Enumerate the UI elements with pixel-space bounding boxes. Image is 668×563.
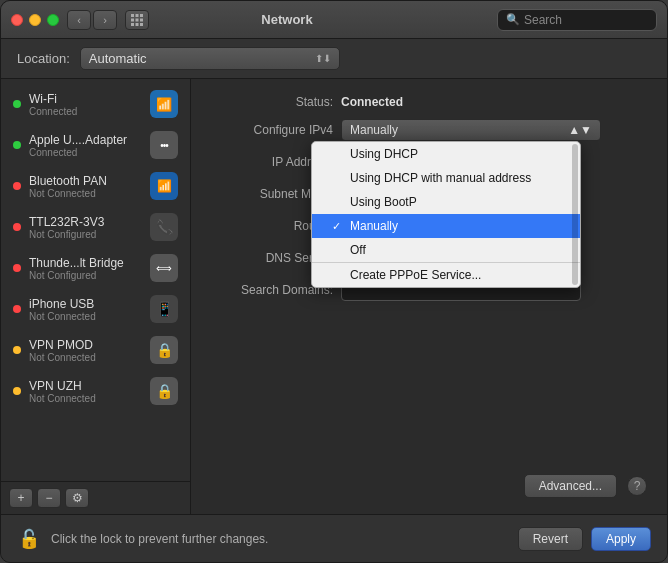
chevron-icon: ▲▼ bbox=[568, 123, 592, 137]
close-button[interactable] bbox=[11, 14, 23, 26]
window: ‹ › Network 🔍 Location: Automat bbox=[0, 0, 668, 563]
dropdown-item-label-dhcp-manual: Using DHCP with manual address bbox=[350, 171, 531, 185]
detail-panel: Status: Connected Configure IPv4 Manuall… bbox=[191, 79, 667, 514]
ethernet-icon: ••• bbox=[150, 131, 178, 159]
apply-button[interactable]: Apply bbox=[591, 527, 651, 551]
sidebar-item-thunderbolt[interactable]: Thunde...lt Bridge Not Configured ⟺ bbox=[5, 248, 186, 288]
dropdown-item-label-bootp: Using BootP bbox=[350, 195, 417, 209]
search-box[interactable]: 🔍 bbox=[497, 9, 657, 31]
configure-dropdown[interactable]: Manually ▲▼ Using DHCP Using DHCP with m… bbox=[341, 119, 601, 141]
checkmark-dhcp bbox=[332, 148, 344, 160]
sidebar-item-text-apple: Apple U....Adapter Connected bbox=[29, 133, 142, 158]
wifi-icon: 📶 bbox=[150, 90, 178, 118]
sidebar: Wi-Fi Connected 📶 Apple U....Adapter Con… bbox=[1, 79, 191, 514]
location-select[interactable]: Automatic ⬆⬇ bbox=[80, 47, 340, 70]
sidebar-item-name-ttl: TTL232R-3V3 bbox=[29, 215, 142, 229]
sidebar-item-status-wifi: Connected bbox=[29, 106, 142, 117]
dropdown-scrollbar[interactable] bbox=[572, 144, 578, 285]
network-settings-button[interactable]: ⚙ bbox=[65, 488, 89, 508]
serial-icon: 📞 bbox=[150, 213, 178, 241]
window-title: Network bbox=[77, 12, 497, 27]
vpn-uzh-icon: 🔒 bbox=[150, 377, 178, 405]
add-network-button[interactable]: + bbox=[9, 488, 33, 508]
dropdown-item-dhcp[interactable]: Using DHCP bbox=[312, 142, 580, 166]
location-bar: Location: Automatic ⬆⬇ bbox=[1, 39, 667, 79]
bottom-buttons: Revert Apply bbox=[518, 527, 651, 551]
checkmark-manually: ✓ bbox=[332, 220, 344, 233]
main-content: Wi-Fi Connected 📶 Apple U....Adapter Con… bbox=[1, 79, 667, 514]
thunderbolt-icon: ⟺ bbox=[150, 254, 178, 282]
sidebar-item-text-thunderbolt: Thunde...lt Bridge Not Configured bbox=[29, 256, 142, 281]
maximize-button[interactable] bbox=[47, 14, 59, 26]
configure-dropdown-trigger[interactable]: Manually ▲▼ bbox=[341, 119, 601, 141]
dropdown-item-dhcp-manual[interactable]: Using DHCP with manual address bbox=[312, 166, 580, 190]
sidebar-item-text-vpn-uzh: VPN UZH Not Connected bbox=[29, 379, 142, 404]
sidebar-bottom: + − ⚙ bbox=[1, 481, 190, 514]
dropdown-item-label-off: Off bbox=[350, 243, 366, 257]
titlebar: ‹ › Network 🔍 bbox=[1, 1, 667, 39]
sidebar-item-text-wifi: Wi-Fi Connected bbox=[29, 92, 142, 117]
remove-network-button[interactable]: − bbox=[37, 488, 61, 508]
sidebar-item-status-thunderbolt: Not Configured bbox=[29, 270, 142, 281]
status-dot-ttl bbox=[13, 223, 21, 231]
search-input[interactable] bbox=[524, 13, 648, 27]
checkmark-pppoe bbox=[332, 269, 344, 281]
sidebar-item-status-apple: Connected bbox=[29, 147, 142, 158]
sidebar-item-vpn-uzh[interactable]: VPN UZH Not Connected 🔒 bbox=[5, 371, 186, 411]
status-dot-wifi bbox=[13, 100, 21, 108]
sidebar-item-status-bluetooth: Not Connected bbox=[29, 188, 142, 199]
sidebar-item-apple-adapter[interactable]: Apple U....Adapter Connected ••• bbox=[5, 125, 186, 165]
sidebar-item-text-vpn-pmod: VPN PMOD Not Connected bbox=[29, 338, 142, 363]
sidebar-item-status-vpn-pmod: Not Connected bbox=[29, 352, 142, 363]
dropdown-item-label-pppoe: Create PPPoE Service... bbox=[350, 268, 481, 282]
status-row: Status: Connected bbox=[211, 95, 647, 109]
lock-button[interactable]: 🔓 bbox=[17, 527, 41, 551]
dropdown-item-manually[interactable]: ✓ Manually bbox=[312, 214, 580, 238]
status-dot-bluetooth bbox=[13, 182, 21, 190]
dropdown-item-off[interactable]: Off bbox=[312, 238, 580, 262]
sidebar-item-wifi[interactable]: Wi-Fi Connected 📶 bbox=[5, 84, 186, 124]
sidebar-item-name-vpn-uzh: VPN UZH bbox=[29, 379, 142, 393]
status-value: Connected bbox=[341, 95, 403, 109]
bottom-bar: 🔓 Click the lock to prevent further chan… bbox=[1, 514, 667, 562]
status-dot-apple bbox=[13, 141, 21, 149]
bluetooth-icon: 📶 bbox=[150, 172, 178, 200]
advanced-button[interactable]: Advanced... bbox=[524, 474, 617, 498]
sidebar-item-status-iphone: Not Connected bbox=[29, 311, 142, 322]
sidebar-list: Wi-Fi Connected 📶 Apple U....Adapter Con… bbox=[1, 79, 190, 481]
sidebar-item-bluetooth[interactable]: Bluetooth PAN Not Connected 📶 bbox=[5, 166, 186, 206]
configure-row: Configure IPv4 Manually ▲▼ Using DHCP bbox=[211, 119, 647, 141]
revert-button[interactable]: Revert bbox=[518, 527, 583, 551]
dropdown-item-label-manually: Manually bbox=[350, 219, 398, 233]
configure-label: Configure IPv4 bbox=[211, 123, 341, 137]
dropdown-item-pppoe[interactable]: Create PPPoE Service... bbox=[312, 262, 580, 287]
minimize-button[interactable] bbox=[29, 14, 41, 26]
help-button[interactable]: ? bbox=[627, 476, 647, 496]
sidebar-item-name-apple: Apple U....Adapter bbox=[29, 133, 142, 147]
sidebar-item-text-bluetooth: Bluetooth PAN Not Connected bbox=[29, 174, 142, 199]
sidebar-item-text-iphone: iPhone USB Not Connected bbox=[29, 297, 142, 322]
configure-dropdown-menu: Using DHCP Using DHCP with manual addres… bbox=[311, 141, 581, 288]
iphone-icon: 📱 bbox=[150, 295, 178, 323]
checkmark-bootp bbox=[332, 196, 344, 208]
sidebar-item-name-vpn-pmod: VPN PMOD bbox=[29, 338, 142, 352]
location-value: Automatic bbox=[89, 51, 147, 66]
search-icon: 🔍 bbox=[506, 13, 520, 26]
status-dot-thunderbolt bbox=[13, 264, 21, 272]
status-dot-vpn-pmod bbox=[13, 346, 21, 354]
checkmark-off bbox=[332, 244, 344, 256]
traffic-lights bbox=[11, 14, 59, 26]
status-dot-vpn-uzh bbox=[13, 387, 21, 395]
sidebar-item-text-ttl: TTL232R-3V3 Not Configured bbox=[29, 215, 142, 240]
lock-text: Click the lock to prevent further change… bbox=[51, 532, 508, 546]
status-dot-iphone bbox=[13, 305, 21, 313]
dropdown-item-label-dhcp: Using DHCP bbox=[350, 147, 418, 161]
sidebar-item-name-wifi: Wi-Fi bbox=[29, 92, 142, 106]
status-label: Status: bbox=[211, 95, 341, 109]
sidebar-item-iphone[interactable]: iPhone USB Not Connected 📱 bbox=[5, 289, 186, 329]
chevron-down-icon: ⬆⬇ bbox=[315, 53, 331, 64]
sidebar-item-vpn-pmod[interactable]: VPN PMOD Not Connected 🔒 bbox=[5, 330, 186, 370]
sidebar-item-ttl[interactable]: TTL232R-3V3 Not Configured 📞 bbox=[5, 207, 186, 247]
sidebar-item-name-thunderbolt: Thunde...lt Bridge bbox=[29, 256, 142, 270]
dropdown-item-bootp[interactable]: Using BootP bbox=[312, 190, 580, 214]
